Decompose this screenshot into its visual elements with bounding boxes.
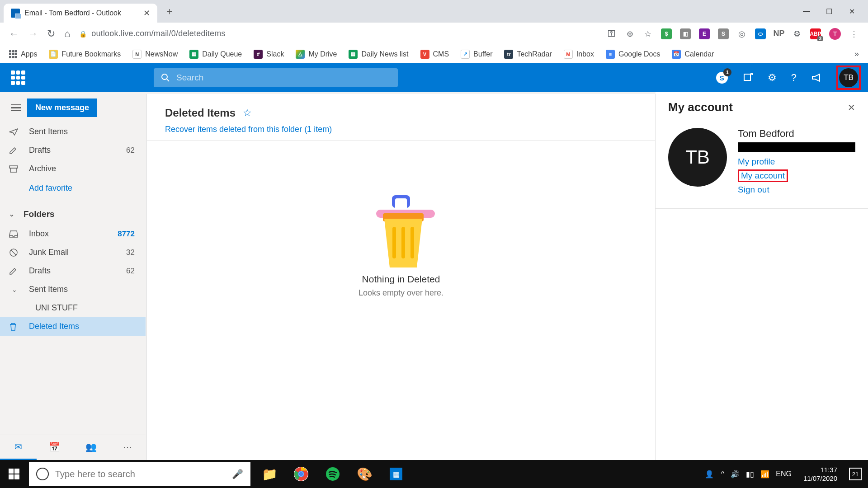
add-bookmark-icon[interactable]: ⊕	[625, 29, 635, 39]
calendar-nav-icon[interactable]: 📅	[37, 435, 73, 460]
profile-avatar-highlight: TB	[836, 66, 861, 90]
bookmark-item[interactable]: ▦Daily News list	[349, 50, 408, 59]
star-icon[interactable]: ☆	[643, 29, 653, 39]
sidebar-item-sent2[interactable]: ⌄ Sent Items	[0, 280, 146, 299]
forward-icon[interactable]: →	[28, 28, 38, 40]
key-icon[interactable]: ⚿	[607, 29, 617, 39]
bookmark-item[interactable]: VCMS	[420, 50, 449, 59]
bookmarks-bar: Apps 📄Future Bookmarks NNewsNow ▦Daily Q…	[0, 45, 868, 63]
app-launcher-icon[interactable]	[11, 70, 25, 85]
bookmark-item[interactable]: MInbox	[564, 50, 594, 59]
taskbar-search[interactable]: 🎤	[29, 462, 250, 486]
empty-subtitle: Looks empty over here.	[359, 288, 443, 298]
profile-avatar[interactable]: TB	[839, 68, 858, 87]
language-indicator[interactable]: ENG	[776, 470, 792, 478]
bookmark-item[interactable]: ≡Google Docs	[606, 50, 660, 59]
paint-icon[interactable]: 🎨	[350, 460, 379, 488]
mic-icon[interactable]: 🎤	[232, 469, 243, 479]
maximize-icon[interactable]: ☐	[825, 7, 834, 16]
new-tab-button[interactable]: ＋	[165, 5, 175, 18]
my-profile-link[interactable]: My profile	[738, 157, 855, 167]
bookmark-item[interactable]: 📅Calendar	[672, 50, 714, 59]
back-icon[interactable]: ←	[9, 28, 19, 40]
people-tray-icon[interactable]: 👤	[705, 470, 714, 479]
extension-icon[interactable]: ⬭	[755, 28, 766, 39]
sidebar-item-archive[interactable]: Archive	[0, 160, 146, 178]
megaphone-icon[interactable]	[811, 73, 822, 82]
outlook-notes-icon[interactable]	[742, 72, 753, 83]
people-nav-icon[interactable]: 👥	[73, 435, 109, 460]
url-text: outlook.live.com/mail/0/deleteditems	[91, 29, 225, 38]
adblock-icon[interactable]: ABP3	[810, 28, 821, 39]
more-nav-icon[interactable]: ⋯	[109, 435, 146, 460]
window-controls: — ☐ ✕	[802, 7, 864, 16]
skype-icon[interactable]: S1	[716, 72, 728, 84]
header-right: S1 ⚙ ? TB	[716, 66, 861, 90]
search-box[interactable]	[154, 68, 398, 87]
notifications-icon[interactable]: 21	[849, 468, 862, 480]
help-icon[interactable]: ?	[791, 72, 797, 84]
recover-link[interactable]: Recover items deleted from this folder (…	[165, 125, 332, 134]
volume-icon[interactable]: 🔊	[731, 470, 740, 479]
tab-close-icon[interactable]: ✕	[143, 8, 150, 18]
extension-icon[interactable]: S	[718, 28, 729, 39]
sidebar-item-junk[interactable]: Junk Email 32	[0, 243, 146, 262]
sidebar-item-subfolder[interactable]: UNI STUFF	[0, 299, 146, 317]
hamburger-icon[interactable]	[11, 103, 21, 113]
lock-icon[interactable]: 🔒	[79, 30, 87, 38]
page-title: Deleted Items	[165, 107, 236, 119]
start-button[interactable]	[0, 460, 28, 488]
browser-profile-avatar[interactable]: T	[829, 28, 841, 40]
bookmark-item[interactable]: 📄Future Bookmarks	[49, 50, 121, 59]
battery-icon[interactable]: ▮▯	[746, 470, 754, 479]
bookmarks-overflow-icon[interactable]: »	[854, 49, 859, 59]
mail-nav-icon[interactable]: ✉	[0, 435, 37, 460]
svg-point-0	[162, 74, 167, 80]
file-explorer-icon[interactable]: 📁	[255, 460, 284, 488]
minimize-icon[interactable]: —	[802, 7, 811, 16]
gear-icon[interactable]: ⚙	[768, 72, 777, 84]
bookmark-item[interactable]: trTechRadar	[504, 50, 552, 59]
sidebar-item-drafts2[interactable]: Drafts 62	[0, 262, 146, 280]
my-account-link[interactable]: My account	[738, 169, 788, 182]
browser-tab[interactable]: Email - Tom Bedford - Outlook ✕	[4, 4, 157, 23]
taskbar-clock[interactable]: 11:37 11/07/2020	[799, 465, 842, 483]
new-message-button[interactable]: New message	[27, 99, 97, 117]
search-input[interactable]	[176, 73, 391, 83]
wifi-icon[interactable]: 📶	[760, 470, 769, 479]
folders-header[interactable]: ⌄ Folders	[0, 198, 146, 225]
bookmark-item[interactable]: ↗Buffer	[461, 50, 492, 59]
add-favorite-link[interactable]: Add favorite	[0, 178, 146, 198]
sidebar-item-inbox[interactable]: Inbox 8772	[0, 225, 146, 243]
home-icon[interactable]: ⌂	[64, 28, 70, 40]
tray-chevron-icon[interactable]: ^	[721, 470, 725, 478]
bookmark-item[interactable]: ▦Daily Queue	[189, 50, 242, 59]
extension-icon[interactable]: E	[699, 28, 710, 39]
spotify-icon[interactable]	[318, 460, 347, 488]
sign-out-link[interactable]: Sign out	[738, 185, 855, 195]
close-icon[interactable]: ✕	[848, 102, 855, 113]
bookmark-item[interactable]: #Slack	[254, 50, 284, 59]
address-input[interactable]: 🔒 outlook.live.com/mail/0/deleteditems	[79, 29, 598, 38]
extension-icon[interactable]: ◧	[680, 28, 691, 39]
svg-rect-2	[744, 74, 750, 80]
apps-button[interactable]: Apps	[9, 50, 37, 58]
reload-icon[interactable]: ↻	[47, 28, 55, 40]
extension-icon[interactable]: $	[661, 28, 672, 39]
close-window-icon[interactable]: ✕	[847, 7, 856, 16]
sidebar-item-sent[interactable]: Sent Items	[0, 122, 146, 141]
bookmark-icon: ≡	[606, 50, 615, 59]
extension-icon[interactable]: ◎	[737, 29, 747, 39]
taskbar-search-input[interactable]	[55, 469, 226, 479]
browser-menu-icon[interactable]: ⋮	[849, 29, 859, 39]
sidebar-item-drafts[interactable]: Drafts 62	[0, 141, 146, 160]
favorite-star-icon[interactable]: ☆	[243, 107, 252, 119]
chrome-icon[interactable]	[287, 460, 316, 488]
extension-icon[interactable]: ⚙	[792, 29, 802, 39]
extension-icon[interactable]: NP	[774, 29, 784, 39]
bookmark-item[interactable]: △My Drive	[296, 50, 337, 59]
sidebar-top: New message	[0, 92, 146, 122]
app-icon[interactable]: ▦	[382, 460, 410, 488]
sidebar-item-deleted[interactable]: Deleted Items	[0, 317, 146, 336]
bookmark-item[interactable]: NNewsNow	[132, 50, 178, 59]
